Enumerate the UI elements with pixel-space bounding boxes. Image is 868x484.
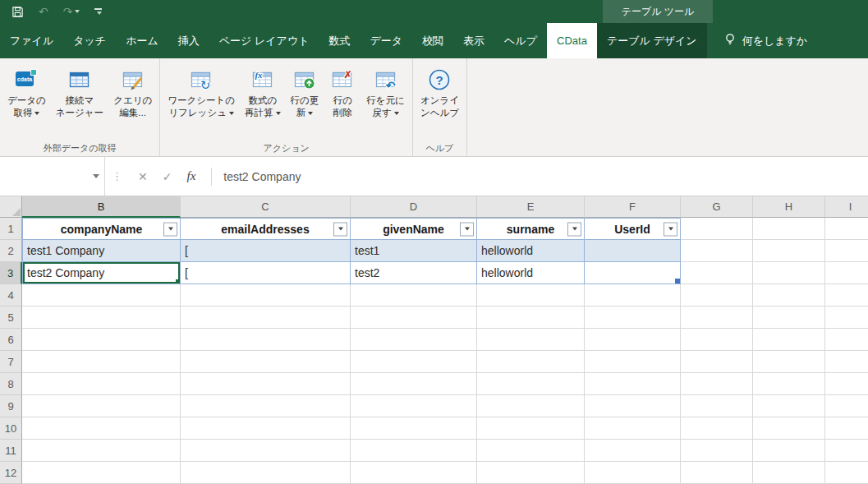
cell[interactable] <box>681 329 753 351</box>
cell[interactable] <box>351 284 477 307</box>
cell[interactable] <box>477 373 585 395</box>
filter-button-emailAddresses[interactable] <box>333 222 347 236</box>
tab-cdata[interactable]: CData <box>547 23 597 58</box>
tab-view[interactable]: 表示 <box>453 23 494 58</box>
cell[interactable] <box>753 240 825 262</box>
cell[interactable] <box>681 351 753 373</box>
cell[interactable] <box>825 373 868 395</box>
cell[interactable] <box>181 284 351 307</box>
column-header-D[interactable]: D <box>351 196 477 218</box>
cell[interactable] <box>681 262 753 284</box>
cell[interactable] <box>753 284 825 307</box>
cell[interactable] <box>22 417 181 440</box>
cell[interactable] <box>681 440 753 462</box>
cell[interactable] <box>351 351 477 373</box>
filter-button-givenName[interactable] <box>460 222 474 236</box>
cell-F1[interactable]: UserId <box>585 218 681 240</box>
cell[interactable] <box>585 284 681 307</box>
cell[interactable] <box>681 218 753 240</box>
cell[interactable] <box>753 307 825 329</box>
cell[interactable] <box>181 307 351 329</box>
cell[interactable] <box>22 307 181 329</box>
cell[interactable] <box>681 395 753 417</box>
row-header-6[interactable]: 6 <box>0 329 22 351</box>
tab-page-layout[interactable]: ページ レイアウト <box>209 23 319 58</box>
cell[interactable] <box>585 373 681 395</box>
cell[interactable] <box>22 395 181 417</box>
cell-D2[interactable]: test1 <box>351 240 477 262</box>
delete-row-button[interactable]: ✗ 行の 削除 <box>324 62 361 122</box>
cell[interactable] <box>681 417 753 440</box>
column-header-B[interactable]: B <box>22 196 181 218</box>
get-data-button[interactable]: cdata データの 取得 <box>2 62 51 122</box>
cell[interactable] <box>181 373 351 395</box>
cancel-icon[interactable]: ✕ <box>138 170 148 183</box>
tab-insert[interactable]: 挿入 <box>168 23 209 58</box>
cell[interactable] <box>181 440 351 462</box>
cell[interactable] <box>585 329 681 351</box>
column-header-H[interactable]: H <box>753 196 825 218</box>
row-header-8[interactable]: 8 <box>0 373 22 395</box>
column-header-G[interactable]: G <box>681 196 753 218</box>
cell[interactable] <box>351 307 477 329</box>
cell-D1[interactable]: givenName <box>351 218 477 240</box>
cell[interactable] <box>22 373 181 395</box>
edit-query-button[interactable]: クエリの 編集... <box>108 62 157 122</box>
cell[interactable] <box>753 395 825 417</box>
cell-F3[interactable] <box>585 262 681 284</box>
cell[interactable] <box>181 351 351 373</box>
column-header-E[interactable]: E <box>477 196 585 218</box>
refresh-worksheet-button[interactable]: ↻ ワークシートの リフレッシュ <box>163 62 240 122</box>
cell[interactable] <box>477 307 585 329</box>
row-header-7[interactable]: 7 <box>0 351 22 373</box>
cell[interactable] <box>477 395 585 417</box>
cell[interactable] <box>181 417 351 440</box>
cell[interactable] <box>351 329 477 351</box>
insert-function-icon[interactable]: fx <box>186 169 195 183</box>
name-box[interactable] <box>0 157 105 196</box>
cell[interactable] <box>681 240 753 262</box>
cell[interactable] <box>477 329 585 351</box>
cell[interactable] <box>351 440 477 462</box>
filter-button-surname[interactable] <box>567 222 581 236</box>
cell[interactable] <box>681 462 753 484</box>
cell[interactable] <box>753 417 825 440</box>
cell[interactable] <box>825 351 868 373</box>
cell[interactable] <box>681 373 753 395</box>
cell[interactable] <box>825 462 868 484</box>
cell[interactable] <box>585 307 681 329</box>
cell[interactable] <box>825 417 868 440</box>
cell-C1[interactable]: emailAddresses <box>181 218 351 240</box>
online-help-button[interactable]: ? オンライ ンヘルプ <box>416 62 464 122</box>
tell-me-box[interactable]: 何をしますか <box>714 23 818 58</box>
cell[interactable] <box>477 462 585 484</box>
cell[interactable] <box>681 284 753 307</box>
cell[interactable] <box>351 373 477 395</box>
cell[interactable] <box>477 351 585 373</box>
cell-F2[interactable] <box>585 240 681 262</box>
enter-icon[interactable]: ✓ <box>163 170 172 183</box>
cell-C2[interactable]: [ <box>181 240 351 262</box>
cell[interactable] <box>585 440 681 462</box>
cell-B3-active[interactable]: test2 Company <box>22 262 181 284</box>
row-header-12[interactable]: 12 <box>0 462 22 484</box>
cell[interactable] <box>753 462 825 484</box>
formula-bar-grip[interactable]: ⋮ <box>112 170 122 182</box>
cell[interactable] <box>22 462 181 484</box>
cell-D3[interactable]: test2 <box>351 262 477 284</box>
cell[interactable] <box>753 218 825 240</box>
cell[interactable] <box>585 395 681 417</box>
cell[interactable] <box>753 351 825 373</box>
cell[interactable] <box>585 351 681 373</box>
name-box-dropdown-caret[interactable] <box>93 174 99 178</box>
update-row-button[interactable]: 行の更 新 <box>286 62 324 122</box>
select-all-corner[interactable] <box>0 196 22 218</box>
cell[interactable] <box>825 395 868 417</box>
cell[interactable] <box>825 307 868 329</box>
cell[interactable] <box>351 395 477 417</box>
cell[interactable] <box>825 218 868 240</box>
recalculate-formulas-button[interactable]: fx 数式の 再計算 <box>240 62 286 122</box>
cell-C3[interactable]: [ <box>181 262 351 284</box>
cell-B1[interactable]: companyName <box>22 218 181 240</box>
cell[interactable] <box>477 417 585 440</box>
